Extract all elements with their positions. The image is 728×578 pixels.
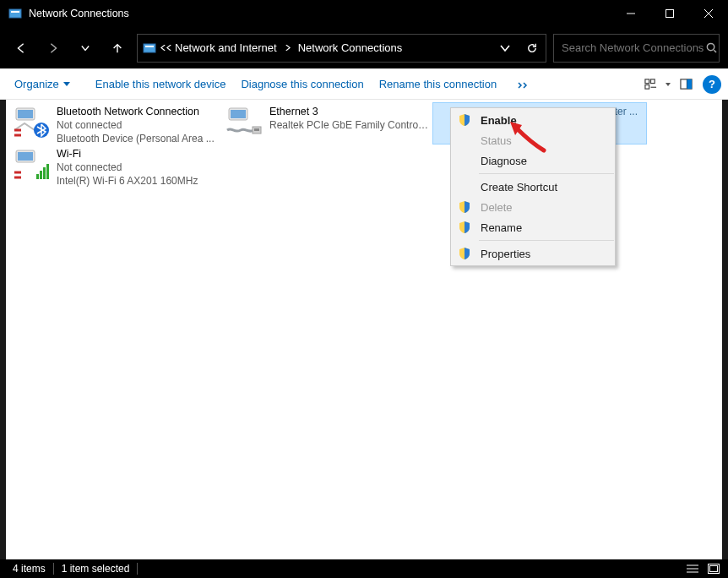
- svg-rect-25: [18, 152, 33, 161]
- window-title: Network Connections: [29, 8, 611, 19]
- details-view-button[interactable]: [683, 561, 702, 576]
- svg-rect-7: [145, 46, 154, 47]
- status-bar: 4 items 1 item selected: [0, 559, 728, 578]
- svg-rect-29: [46, 164, 49, 179]
- location-icon: [143, 41, 156, 55]
- svg-rect-11: [650, 79, 655, 84]
- context-delete: Delete: [451, 197, 615, 217]
- back-button[interactable]: [8, 35, 34, 61]
- connection-item[interactable]: Ethernet 3 Realtek PCIe GbE Family Contr…: [220, 103, 433, 144]
- annotation-arrow: [507, 120, 547, 157]
- context-create-shortcut[interactable]: Create Shortcut: [451, 177, 615, 197]
- navigation-bar: Network and Internet Network Connections: [0, 27, 728, 68]
- minimize-button[interactable]: [611, 0, 650, 27]
- connection-item[interactable]: Wi-Fi Not connected Intel(R) Wi-Fi 6 AX2…: [8, 145, 220, 186]
- context-properties[interactable]: Properties: [451, 243, 615, 264]
- title-bar: Network Connections: [0, 0, 728, 27]
- svg-rect-27: [40, 171, 42, 179]
- chevron-down-icon: [63, 82, 70, 86]
- view-options-button[interactable]: [638, 74, 662, 95]
- chevron-down-icon: [666, 83, 671, 86]
- connection-name: Wi-Fi: [57, 147, 217, 161]
- search-input[interactable]: [562, 41, 704, 54]
- command-overflow[interactable]: [511, 74, 536, 95]
- svg-point-8: [707, 43, 714, 50]
- svg-rect-23: [254, 128, 259, 131]
- shield-icon: [458, 200, 471, 214]
- recent-button[interactable]: [73, 35, 98, 61]
- svg-rect-0: [9, 9, 21, 18]
- svg-rect-26: [36, 174, 39, 179]
- breadcrumb-label: Network Connections: [298, 41, 403, 54]
- connection-device: Realtek PCIe GbE Family Controll...: [269, 118, 430, 132]
- context-item-label: Rename: [481, 221, 522, 234]
- forward-button[interactable]: [41, 35, 66, 61]
- svg-rect-16: [687, 79, 692, 89]
- view-dropdown[interactable]: [662, 83, 674, 86]
- svg-rect-3: [666, 10, 674, 18]
- svg-rect-18: [18, 110, 33, 118]
- svg-rect-34: [710, 566, 718, 572]
- status-selection: 1 item selected: [54, 563, 138, 575]
- shield-icon: [458, 247, 471, 260]
- command-label: Organize: [14, 78, 59, 90]
- search-icon[interactable]: [704, 42, 719, 53]
- chevron-left-icon: [160, 45, 166, 51]
- breadcrumb-segment[interactable]: Network and Internet: [172, 41, 280, 54]
- diagnose-connection-command[interactable]: Diagnose this connection: [233, 73, 371, 95]
- context-rename[interactable]: Rename: [451, 217, 615, 237]
- status-item-count: 4 items: [5, 563, 53, 575]
- address-dropdown[interactable]: [492, 35, 519, 62]
- svg-rect-21: [231, 110, 246, 118]
- chevron-left-icon: [166, 45, 172, 51]
- connection-status: Not connected: [57, 118, 217, 132]
- context-separator: [479, 240, 614, 241]
- svg-rect-12: [644, 85, 649, 89]
- enable-device-command[interactable]: Enable this network device: [88, 73, 234, 95]
- rename-connection-command[interactable]: Rename this connection: [372, 73, 504, 95]
- organize-menu[interactable]: Organize: [7, 73, 78, 95]
- connection-device: Bluetooth Device (Personal Area ...: [57, 132, 217, 145]
- large-icons-view-button[interactable]: [704, 561, 723, 576]
- shield-icon: [458, 113, 471, 127]
- context-item-label: Create Shortcut: [481, 181, 557, 194]
- connection-item[interactable]: Bluetooth Network Connection Not connect…: [8, 103, 220, 144]
- svg-rect-6: [144, 44, 155, 52]
- svg-rect-10: [644, 79, 649, 84]
- refresh-button[interactable]: [519, 35, 546, 62]
- command-bar: Organize Enable this network device Diag…: [0, 68, 728, 100]
- context-separator: [479, 173, 614, 174]
- connection-name: Ethernet 3: [269, 105, 430, 118]
- chevron-right-icon[interactable]: [280, 43, 296, 52]
- svg-line-9: [714, 50, 716, 52]
- breadcrumb-segment[interactable]: Network Connections: [296, 41, 405, 54]
- wifi-adapter-icon: [11, 147, 52, 184]
- status-divider: [137, 563, 138, 575]
- connection-status: Not connected: [57, 161, 217, 174]
- help-button[interactable]: ?: [703, 75, 721, 94]
- app-icon: [8, 7, 22, 20]
- context-item-label: Properties: [481, 248, 530, 260]
- maximize-button[interactable]: [650, 0, 689, 27]
- connection-device: Intel(R) Wi-Fi 6 AX201 160MHz: [57, 174, 217, 188]
- close-button[interactable]: [689, 0, 728, 27]
- up-button[interactable]: [105, 35, 130, 61]
- svg-rect-28: [43, 167, 46, 179]
- search-box[interactable]: [553, 34, 720, 63]
- connection-name: Bluetooth Network Connection: [57, 105, 217, 118]
- ethernet-adapter-icon: [224, 105, 264, 142]
- context-item-label: Delete: [481, 201, 513, 214]
- address-bar[interactable]: Network and Internet Network Connections: [137, 34, 546, 63]
- preview-pane-button[interactable]: [674, 74, 698, 95]
- breadcrumb-label: Network and Internet: [175, 41, 277, 54]
- shield-icon: [458, 221, 471, 234]
- bluetooth-adapter-icon: [11, 105, 52, 142]
- svg-rect-1: [11, 11, 19, 13]
